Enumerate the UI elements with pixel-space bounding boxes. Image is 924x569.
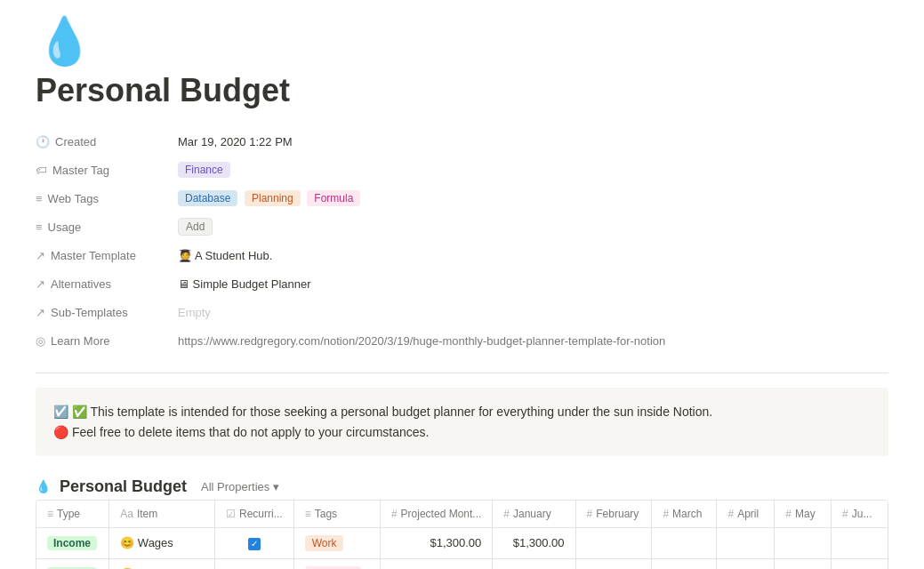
circle-icon: ◎ bbox=[36, 334, 45, 348]
cell-may bbox=[775, 558, 832, 569]
property-usage-label: ≡ Usage bbox=[36, 220, 178, 234]
type-badge-income: Income bbox=[47, 536, 97, 550]
cell-april bbox=[717, 527, 775, 558]
cell-type: Income bbox=[36, 527, 109, 558]
cell-item: 😊 Allowances bbox=[109, 558, 215, 569]
add-tag[interactable]: Add bbox=[178, 218, 213, 236]
property-master-template-label: ↗ Master Template bbox=[36, 249, 178, 262]
arrow3-icon: ↗ bbox=[36, 306, 45, 319]
property-master-template-value: 🧑‍🎓 A Student Hub. bbox=[178, 249, 888, 262]
divider bbox=[36, 373, 888, 373]
col-recurring: ☑Recurri... bbox=[215, 501, 294, 528]
property-learn-more-label: ◎ Learn More bbox=[36, 334, 178, 348]
formula-tag[interactable]: Formula bbox=[307, 190, 360, 206]
database-icon: 💧 bbox=[36, 479, 51, 493]
callout-box: ☑️ ✅ This template is intended for those… bbox=[36, 388, 888, 456]
property-master-tag-label: 🏷 Master Tag bbox=[36, 164, 178, 177]
finance-tag[interactable]: Finance bbox=[178, 162, 230, 178]
property-sub-templates: ↗ Sub-Templates Empty bbox=[36, 298, 888, 326]
property-web-tags-label: ≡ Web Tags bbox=[36, 192, 178, 205]
property-master-tag: 🏷 Master Tag Finance bbox=[36, 156, 888, 184]
properties-section: 🕐 Created Mar 19, 2020 1:22 PM 🏷 Master … bbox=[36, 127, 888, 355]
table-row[interactable]: Income 😊 Wages ✓ Work $1,300.00 $1,300.0… bbox=[36, 527, 888, 558]
cell-march bbox=[652, 527, 717, 558]
table-header-row: ≡Type AaItem ☑Recurri... ≡Tags #Projecte… bbox=[36, 501, 888, 528]
database-table: ≡Type AaItem ☑Recurri... ≡Tags #Projecte… bbox=[36, 500, 888, 569]
col-february: #February bbox=[575, 501, 652, 528]
planning-tag[interactable]: Planning bbox=[245, 190, 301, 206]
master-template-link[interactable]: 🧑‍🎓 A Student Hub. bbox=[178, 249, 272, 262]
cell-recurring: ✓ bbox=[215, 527, 294, 558]
tag-icon: 🏷 bbox=[36, 164, 47, 177]
property-usage: ≡ Usage Add bbox=[36, 212, 888, 241]
database-tag[interactable]: Database bbox=[178, 190, 237, 206]
database-title: Personal Budget bbox=[60, 477, 187, 496]
cell-january: $1,300.00 bbox=[493, 527, 575, 558]
property-web-tags: ≡ Web Tags Database Planning Formula bbox=[36, 184, 888, 212]
property-sub-templates-label: ↗ Sub-Templates bbox=[36, 306, 178, 319]
property-learn-more-value: https://www.redgregory.com/notion/2020/3… bbox=[178, 334, 888, 348]
chevron-down-icon: ▾ bbox=[273, 480, 279, 493]
property-web-tags-value: Database Planning Formula bbox=[178, 190, 888, 206]
cell-february bbox=[575, 527, 652, 558]
cell-projected: $80.00 bbox=[380, 558, 492, 569]
alternatives-link[interactable]: 🖥 Simple Budget Planner bbox=[178, 277, 311, 291]
callout-line1: ☑️ ✅ This template is intended for those… bbox=[53, 402, 871, 421]
all-properties-button[interactable]: All Properties ▾ bbox=[196, 478, 285, 495]
work-tag[interactable]: Work bbox=[305, 535, 344, 551]
cell-tags: Work bbox=[293, 527, 380, 558]
property-alternatives-label: ↗ Alternatives bbox=[36, 277, 178, 291]
cell-march bbox=[652, 558, 717, 569]
cell-january: $80.00 bbox=[493, 558, 575, 569]
col-march: #March bbox=[652, 501, 717, 528]
property-created-label: 🕐 Created bbox=[36, 135, 178, 148]
property-sub-templates-value: Empty bbox=[178, 306, 888, 319]
col-item: AaItem bbox=[109, 501, 215, 528]
database-section-header: 💧 Personal Budget All Properties ▾ bbox=[36, 470, 888, 500]
property-alternatives: ↗ Alternatives 🖥 Simple Budget Planner bbox=[36, 269, 888, 298]
usage-icon: ≡ bbox=[36, 220, 43, 234]
cell-may bbox=[775, 527, 832, 558]
cell-projected: $1,300.00 bbox=[380, 527, 492, 558]
checkbox-checked: ✓ bbox=[248, 538, 261, 550]
col-projected: #Projected Mont... bbox=[380, 501, 492, 528]
col-january: #January bbox=[493, 501, 575, 528]
table-row[interactable]: Income 😊 Allowances ✓ Personal $80.00 $8… bbox=[36, 558, 888, 569]
col-april: #April bbox=[717, 501, 775, 528]
callout-line2: 🔴 Feel free to delete items that do not … bbox=[53, 422, 871, 442]
property-alternatives-value: 🖥 Simple Budget Planner bbox=[178, 277, 888, 291]
property-created-value: Mar 19, 2020 1:22 PM bbox=[178, 135, 888, 148]
cell-tags: Personal bbox=[293, 558, 380, 569]
col-tags: ≡Tags bbox=[293, 501, 380, 528]
list-icon: ≡ bbox=[36, 192, 43, 205]
property-usage-value: Add bbox=[178, 218, 888, 236]
cell-june bbox=[832, 527, 888, 558]
property-created: 🕐 Created Mar 19, 2020 1:22 PM bbox=[36, 127, 888, 156]
page-title: Personal Budget bbox=[36, 71, 888, 109]
col-may: #May bbox=[775, 501, 832, 528]
cell-february bbox=[575, 558, 652, 569]
col-type: ≡Type bbox=[36, 501, 109, 528]
page-icon: 💧 bbox=[36, 18, 888, 64]
arrow2-icon: ↗ bbox=[36, 277, 45, 291]
cell-april bbox=[717, 558, 775, 569]
cell-item: 😊 Wages bbox=[109, 527, 215, 558]
clock-icon: 🕐 bbox=[36, 135, 50, 148]
arrow-icon: ↗ bbox=[36, 249, 45, 262]
property-master-template: ↗ Master Template 🧑‍🎓 A Student Hub. bbox=[36, 241, 888, 269]
cell-recurring: ✓ bbox=[215, 558, 294, 569]
property-learn-more: ◎ Learn More https://www.redgregory.com/… bbox=[36, 326, 888, 355]
col-june: #Ju... bbox=[832, 501, 888, 528]
property-master-tag-value: Finance bbox=[178, 162, 888, 178]
cell-june bbox=[832, 558, 888, 569]
all-properties-label: All Properties bbox=[201, 480, 269, 493]
cell-type: Income bbox=[36, 558, 109, 569]
